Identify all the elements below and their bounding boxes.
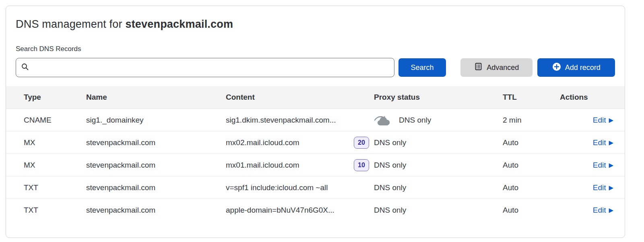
column-header-content: Content: [226, 93, 374, 102]
column-header-name: Name: [86, 93, 226, 102]
cell-name: sig1._domainkey: [86, 116, 226, 125]
column-header-ttl: TTL: [503, 93, 560, 102]
right-triangle-icon: ▶: [609, 162, 613, 168]
cell-type: MX: [24, 138, 86, 147]
right-triangle-icon: ▶: [609, 185, 613, 191]
edit-record-link[interactable]: Edit ▶: [593, 116, 613, 125]
edit-link-label: Edit: [593, 161, 606, 170]
add-record-button-label: Add record: [565, 64, 601, 72]
cell-content: v=spf1 include:icloud.com ~all: [226, 183, 374, 192]
edit-link-label: Edit: [593, 206, 606, 215]
advanced-button-label: Advanced: [487, 64, 519, 72]
cell-name: stevenpackmail.com: [86, 183, 226, 192]
table-row: MX stevenpackmail.com mx02.mail.icloud.c…: [6, 131, 625, 154]
search-toolbar: Search Advanced Add record: [16, 58, 615, 77]
record-content-text: mx01.mail.icloud.com: [226, 161, 299, 170]
table-row: TXT stevenpackmail.com apple-domain=bNuV…: [6, 199, 625, 221]
cell-ttl: Auto: [503, 138, 560, 147]
cell-proxy-status: DNS only: [374, 206, 503, 215]
cell-type: MX: [24, 161, 86, 170]
column-header-type: Type: [24, 93, 86, 102]
dns-records-table: Type Name Content Proxy status TTL Actio…: [6, 86, 625, 221]
record-content-text: mx02.mail.icloud.com: [226, 138, 299, 147]
cell-proxy-status: DNS only: [374, 114, 503, 126]
proxy-status-text: DNS only: [399, 116, 431, 125]
cell-actions: Edit ▶: [560, 183, 613, 192]
priority-badge: 20: [354, 137, 369, 149]
record-content-text: apple-domain=bNuV47n6G0X...: [226, 206, 334, 215]
cell-type: TXT: [24, 206, 86, 215]
cell-name: stevenpackmail.com: [86, 138, 226, 147]
cell-proxy-status: DNS only: [374, 183, 503, 192]
advanced-button[interactable]: Advanced: [460, 58, 533, 77]
cell-content: sig1.dkim.stevenpackmail.com...: [226, 116, 374, 125]
priority-badge: 10: [354, 159, 369, 171]
cell-name: stevenpackmail.com: [86, 161, 226, 170]
cell-content: apple-domain=bNuV47n6G0X...: [226, 206, 374, 215]
cell-content: mx02.mail.icloud.com 20: [226, 137, 374, 149]
cell-name: stevenpackmail.com: [86, 206, 226, 215]
search-input-wrapper[interactable]: [16, 58, 394, 77]
cell-type: CNAME: [24, 116, 86, 125]
cell-proxy-status: DNS only: [374, 138, 503, 147]
edit-record-link[interactable]: Edit ▶: [593, 138, 613, 147]
record-content-text: v=spf1 include:icloud.com ~all: [226, 183, 328, 192]
cell-ttl: Auto: [503, 161, 560, 170]
column-header-actions: Actions: [560, 93, 613, 102]
table-row: MX stevenpackmail.com mx01.mail.icloud.c…: [6, 154, 625, 176]
page-title-domain: stevenpackmail.com: [125, 18, 233, 30]
cell-actions: Edit ▶: [560, 116, 613, 125]
table-header-row: Type Name Content Proxy status TTL Actio…: [6, 86, 625, 109]
cell-type: TXT: [24, 183, 86, 192]
cell-actions: Edit ▶: [560, 161, 613, 170]
edit-link-label: Edit: [593, 183, 606, 192]
edit-record-link[interactable]: Edit ▶: [593, 161, 613, 170]
table-row: TXT stevenpackmail.com v=spf1 include:ic…: [6, 176, 625, 199]
right-triangle-icon: ▶: [609, 207, 613, 213]
cell-ttl: Auto: [503, 206, 560, 215]
list-document-icon: [474, 62, 483, 73]
search-icon: [21, 63, 29, 72]
cell-actions: Edit ▶: [560, 138, 613, 147]
page-title: DNS management for stevenpackmail.com: [16, 18, 615, 31]
edit-record-link[interactable]: Edit ▶: [593, 206, 613, 215]
cell-ttl: Auto: [503, 183, 560, 192]
column-header-proxy-status: Proxy status: [374, 93, 503, 102]
cell-ttl: 2 min: [503, 116, 560, 125]
plus-circle-icon: [552, 62, 561, 73]
edit-link-label: Edit: [593, 116, 606, 125]
add-record-button[interactable]: Add record: [537, 58, 615, 77]
search-button-label: Search: [411, 64, 434, 72]
dns-only-cloud-icon: [374, 114, 392, 126]
proxy-status-text: DNS only: [374, 138, 406, 147]
record-content-text: sig1.dkim.stevenpackmail.com...: [226, 116, 336, 125]
proxy-status-text: DNS only: [374, 161, 406, 170]
page-title-prefix: DNS management for: [16, 18, 125, 30]
cell-content: mx01.mail.icloud.com 10: [226, 159, 374, 171]
search-button[interactable]: Search: [398, 58, 446, 77]
search-input[interactable]: [32, 64, 389, 72]
proxy-status-text: DNS only: [374, 183, 406, 192]
proxy-status-text: DNS only: [374, 206, 406, 215]
edit-record-link[interactable]: Edit ▶: [593, 183, 613, 192]
table-body: CNAME sig1._domainkey sig1.dkim.stevenpa…: [6, 109, 625, 221]
search-label: Search DNS Records: [16, 45, 615, 53]
cell-proxy-status: DNS only: [374, 161, 503, 170]
dns-management-card: DNS management for stevenpackmail.com Se…: [6, 6, 625, 238]
edit-link-label: Edit: [593, 138, 606, 147]
cell-actions: Edit ▶: [560, 206, 613, 215]
right-triangle-icon: ▶: [609, 117, 613, 123]
table-row: CNAME sig1._domainkey sig1.dkim.stevenpa…: [6, 109, 625, 131]
right-triangle-icon: ▶: [609, 139, 613, 146]
